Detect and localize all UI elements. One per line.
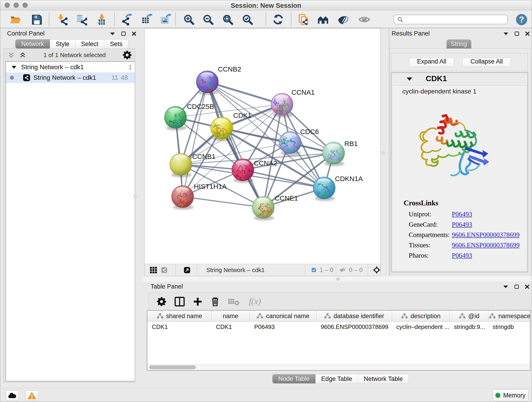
copy-network-button[interactable]	[298, 13, 310, 26]
node-CDC6[interactable]	[279, 132, 301, 158]
expand-all-button[interactable]: Expand All	[409, 58, 454, 67]
export-network-button[interactable]	[120, 13, 133, 26]
column-header-database-identifier[interactable]: database identifier	[317, 311, 392, 322]
hide-selected-button[interactable]	[337, 13, 350, 26]
table-cell[interactable]: CDK1	[147, 322, 211, 332]
node-CDKN1A[interactable]	[313, 177, 337, 201]
node-CCNE1[interactable]	[252, 196, 274, 222]
crosslink-link[interactable]: 9606.ENSP00000378699	[452, 231, 520, 239]
maximize-panel-icon[interactable]	[121, 32, 126, 36]
crosslink-link[interactable]: P06493	[452, 252, 472, 259]
node-CCNB1[interactable]	[170, 153, 192, 177]
import-table-button[interactable]	[95, 13, 108, 26]
split-columns-icon[interactable]	[175, 297, 185, 306]
collapse-all-button[interactable]: Collapse All	[462, 58, 511, 67]
table-cell[interactable]: stringdb	[488, 322, 530, 332]
warnings-button[interactable]	[25, 390, 38, 401]
export-image-icon	[160, 13, 172, 26]
save-session-button[interactable]	[30, 13, 43, 26]
birdseye-grid-icon[interactable]	[150, 265, 157, 275]
zoom-selected-button[interactable]	[241, 13, 254, 26]
tab-select[interactable]: Select	[75, 39, 104, 49]
float-panel-icon[interactable]	[503, 32, 509, 36]
tab-string[interactable]: String	[447, 39, 471, 49]
tab-sets[interactable]: Sets	[104, 39, 128, 49]
column-header-canonical-name[interactable]: canonical name	[250, 311, 317, 322]
crosslink-link[interactable]: 9606.ENSP00000378699	[452, 241, 520, 249]
tab-node-table[interactable]: Node Table	[272, 374, 316, 383]
column-header-name[interactable]: name	[211, 311, 250, 322]
memory-button[interactable]: Memory	[493, 389, 528, 401]
column-header-shared-name[interactable]: shared name	[147, 311, 211, 322]
table-cell[interactable]: CDK1	[211, 322, 250, 332]
close-panel-icon[interactable]	[525, 284, 530, 289]
maximize-panel-icon[interactable]	[514, 284, 519, 289]
zoom-out-button[interactable]	[202, 13, 215, 26]
edge-HIST1H1A-CCNE1[interactable]	[183, 197, 263, 207]
node-label-HIST1H1A: HIST1H1A	[194, 183, 227, 191]
cloud-button[interactable]	[6, 390, 19, 401]
export-table-button[interactable]	[140, 13, 153, 26]
add-column-icon[interactable]	[193, 297, 203, 306]
table-cell[interactable]: cyclin–dependent ...	[392, 322, 450, 332]
horizontal-splitter-handle[interactable]	[336, 277, 340, 281]
tab-network-table[interactable]: Network Table	[358, 374, 409, 383]
horizontal-splitter[interactable]	[143, 276, 532, 282]
export-image-button[interactable]	[159, 13, 172, 26]
maximize-panel-icon[interactable]	[515, 32, 519, 36]
open-file-button[interactable]	[9, 13, 22, 26]
delete-column-icon[interactable]	[211, 297, 220, 307]
node-CDK1[interactable]	[211, 117, 233, 142]
crosslink-link[interactable]: P06493	[452, 211, 472, 218]
netbar-share-icon[interactable]	[161, 266, 167, 274]
left-splitter-handle[interactable]	[133, 195, 137, 198]
tab-style[interactable]: Style	[50, 39, 75, 49]
tab-network[interactable]: Network	[15, 39, 50, 49]
zoom-fit-button[interactable]	[221, 13, 234, 26]
table-row[interactable]: CDK1CDK1P064939606.ENSP00000378699cyclin…	[147, 322, 530, 332]
show-all-button[interactable]	[358, 13, 371, 26]
table-settings-gear-icon[interactable]	[157, 297, 166, 306]
crosslink-link[interactable]: P06493	[452, 221, 472, 228]
table-cell[interactable]: stringdb:9...	[449, 322, 488, 332]
help-button[interactable]: ?	[516, 14, 527, 25]
column-header-namespace[interactable]: namespace	[488, 311, 530, 322]
column-header--id[interactable]: @id	[450, 311, 488, 322]
open-in-window-icon[interactable]	[184, 266, 190, 274]
float-panel-icon[interactable]	[110, 32, 115, 36]
selected-checkbox-icon[interactable]	[312, 267, 316, 273]
table-cell[interactable]: 9606.ENSP00000378699	[316, 322, 392, 332]
column-header-description[interactable]: description	[392, 311, 450, 322]
node-CCNB2[interactable]	[196, 71, 221, 96]
close-panel-icon[interactable]	[132, 32, 136, 36]
right-splitter-handle[interactable]	[381, 151, 385, 155]
crosshair-icon[interactable]	[373, 265, 380, 275]
crosslink-label: Uniprot:	[409, 211, 431, 218]
network-canvas[interactable]: CCNB2CCNA1CDC25BCDK1CDC6RB1CCNB1CCNA2CDK…	[145, 28, 380, 264]
import-network-file-button[interactable]	[56, 13, 69, 26]
node-CCNA1[interactable]	[271, 93, 293, 118]
table-hscrollbar[interactable]	[147, 364, 530, 370]
network-list-item[interactable]: String Network – cdk11	[6, 62, 135, 72]
node-CDC25B[interactable]	[165, 106, 186, 130]
collapse-section-icon[interactable]	[406, 77, 412, 81]
network-list-item[interactable]: String Network – cdk11148	[6, 72, 135, 83]
refresh-button[interactable]	[272, 13, 285, 26]
expand-all-networks-icon[interactable]	[19, 51, 27, 58]
import-network-database-button[interactable]	[75, 13, 88, 26]
first-neighbors-button[interactable]	[317, 13, 329, 26]
node-HIST1H1A[interactable]	[172, 186, 197, 213]
expand-collection-icon[interactable]	[12, 65, 17, 69]
collection-gear-icon[interactable]	[123, 51, 132, 60]
search-box[interactable]	[394, 15, 508, 24]
float-panel-icon[interactable]	[503, 285, 508, 288]
table-hscrollbar-thumb[interactable]	[149, 365, 196, 369]
gene-section-header[interactable]: CDK1	[391, 73, 528, 85]
node-RB1[interactable]	[323, 142, 345, 166]
zoom-in-button[interactable]	[182, 13, 195, 26]
collapse-all-networks-icon[interactable]	[7, 51, 15, 58]
tab-edge-table[interactable]: Edge Table	[316, 374, 358, 383]
table-cell[interactable]: P06493	[249, 322, 316, 332]
close-panel-icon[interactable]	[525, 32, 530, 36]
edge-CCNB2-CCNA1[interactable]	[207, 82, 282, 104]
